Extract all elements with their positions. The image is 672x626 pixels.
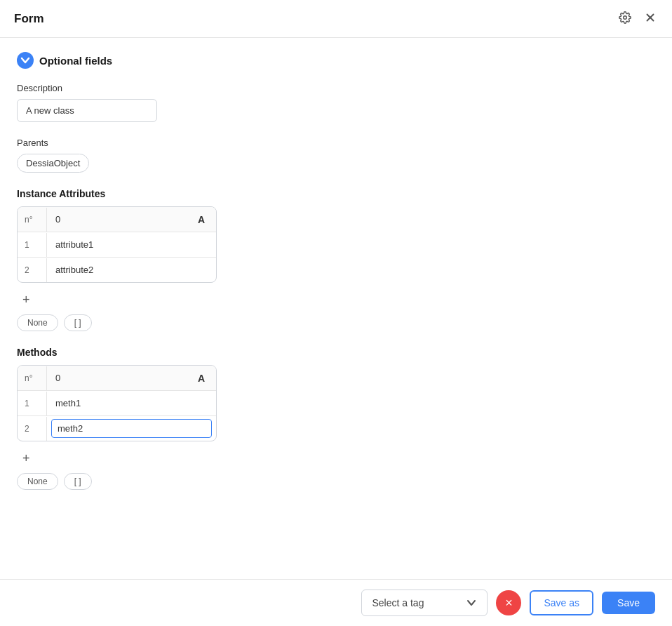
methods-col-header-icon: A [191,373,216,384]
description-section: Description [17,83,655,122]
instance-attribute-filters: None [ ] [17,314,655,331]
filter-array[interactable]: [ ] [64,314,92,331]
method-filters: None [ ] [17,473,655,490]
save-button[interactable]: Save [602,592,655,614]
row-num: 2 [18,258,47,282]
col-header-name: 0 [47,207,191,232]
select-tag-dropdown[interactable]: Select a tag [361,590,488,616]
close-button[interactable] [643,10,658,27]
col-header-num: n° [18,208,47,232]
table-row: 2 attribute2 [18,258,216,282]
description-input[interactable] [17,99,157,122]
table-row: 1 attribute1 [18,232,216,258]
methods-table: n° 0 A 1 meth1 2 [17,365,217,441]
methods-title: Methods [17,347,655,358]
row-num: 2 [18,417,47,441]
modal-title: Form [14,12,44,26]
close-icon: × [505,596,513,611]
row-name: attribute2 [47,258,216,282]
modal-body: Optional fields Description Parents Dess… [0,38,672,579]
methods-table-header-row: n° 0 A [18,366,216,391]
modal-container: Form Optiona [0,0,672,626]
add-method-button[interactable]: + [17,448,36,469]
methods-col-header-name: 0 [47,366,191,390]
settings-button[interactable] [617,10,633,27]
add-instance-attribute-button[interactable]: + [17,290,36,310]
save-as-button[interactable]: Save as [530,590,593,615]
optional-fields-toggle[interactable] [17,52,34,69]
filter-none[interactable]: None [17,314,58,331]
chevron-down-icon [466,597,477,608]
optional-fields-header: Optional fields [17,52,655,69]
optional-fields-label: Optional fields [39,55,112,67]
cancel-button[interactable]: × [496,590,521,615]
table-header-row: n° 0 A [18,207,216,232]
svg-point-0 [624,16,627,20]
select-tag-label: Select a tag [372,597,424,608]
method-name-input[interactable] [51,419,212,438]
modal-footer: Select a tag × Save as Save [0,579,672,626]
description-label: Description [17,83,655,93]
instance-attributes-title: Instance Attributes [17,188,655,199]
row-name: attribute1 [47,232,216,257]
instance-attributes-table: n° 0 A 1 attribute1 2 attribute2 [17,206,217,283]
table-row: 1 meth1 [18,391,216,416]
parents-label: Parents [17,138,655,148]
instance-attributes-section: Instance Attributes n° 0 A 1 attribute1 … [17,188,655,331]
methods-col-header-num: n° [18,366,47,390]
modal-header: Form [0,0,672,38]
methods-section: Methods n° 0 A 1 meth1 2 [17,347,655,490]
method-filter-array[interactable]: [ ] [64,473,92,490]
method-filter-none[interactable]: None [17,473,58,490]
row-num: 1 [18,233,47,257]
table-row: 2 [18,416,216,441]
parent-tag[interactable]: DessiaObject [17,154,89,173]
row-name: meth1 [47,391,216,415]
col-header-icon: A [191,214,216,225]
header-icons [617,10,658,27]
parents-section: Parents DessiaObject [17,138,655,173]
row-num: 1 [18,392,47,415]
editing-cell-wrapper [47,416,216,441]
